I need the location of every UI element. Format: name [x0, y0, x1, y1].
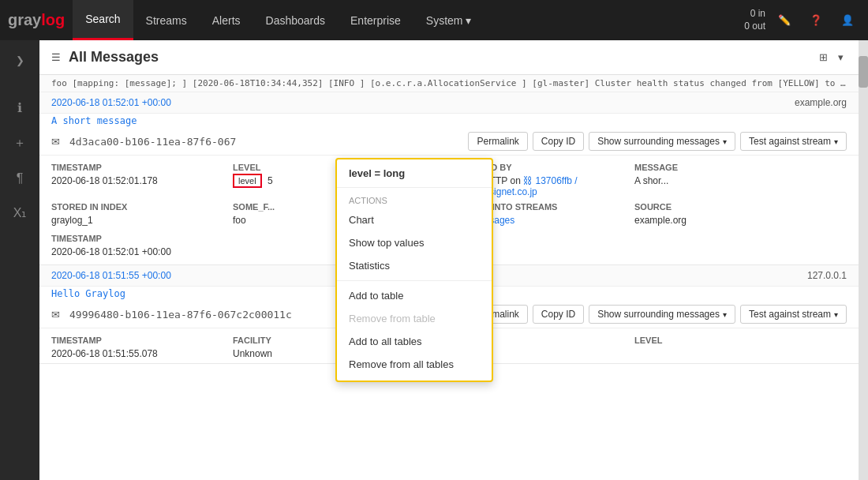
expand-icon[interactable]: ⊞ — [816, 48, 831, 66]
message1-id: 4d3aca00-b106-11ea-87f6-067 — [69, 136, 236, 148]
help-icon-btn[interactable]: ❓ — [803, 8, 829, 33]
message2-id: 49996480-b106-11ea-87f6-067c2c00011c — [69, 309, 292, 321]
popup-removealltables-item[interactable]: Remove from all tables — [337, 353, 492, 376]
message2-copyid-btn[interactable]: Copy ID — [533, 305, 584, 324]
left-sidebar: ❯ ℹ ＋ ¶ X₁ — [0, 40, 39, 480]
popup-chart-item[interactable]: Chart — [337, 208, 492, 231]
level-tag-1[interactable]: level — [233, 174, 262, 188]
sidebar-toggle[interactable]: ❯ — [9, 48, 31, 73]
logo[interactable]: graylog — [8, 11, 65, 29]
nav-enterprise[interactable]: Enterprise — [338, 0, 413, 40]
ts-value-1: 2020-06-18 01:52:01.178 — [51, 173, 225, 187]
page-title: All Messages — [69, 49, 816, 66]
message1-short: A short message — [39, 114, 859, 128]
main-content: ☰ All Messages ⊞ ▾ foo [mapping: [messag… — [39, 40, 859, 480]
log-line-top: foo [mapping: [message]; ] [2020-06-18T1… — [39, 75, 859, 92]
ts-value-2: 2020-06-18 01:51:55.078 — [51, 346, 225, 360]
message2-teststream-btn[interactable]: Test against stream ▾ — [740, 305, 847, 324]
popup-divider-1 — [337, 280, 492, 281]
popup-topvalues-item[interactable]: Show top values — [337, 231, 492, 254]
popup-addtable-item[interactable]: Add to table — [337, 284, 492, 307]
right-scrollbar[interactable] — [859, 40, 868, 480]
popup-title: level = long — [337, 159, 492, 188]
logo-gray-text: gray — [8, 11, 41, 29]
ts-label-2: Timestamp — [51, 333, 225, 346]
received-link-1[interactable]: ⛓ — [523, 175, 535, 186]
topnav: graylog Search Streams Alerts Dashboards… — [0, 0, 868, 40]
message-header-1: 2020-06-18 01:52:01 +00:00 example.org — [39, 92, 859, 114]
message1-copyid-btn[interactable]: Copy ID — [533, 132, 584, 151]
message1-actions: Permalink Copy ID Show surrounding messa… — [468, 132, 847, 151]
surrounding-caret-2: ▾ — [723, 310, 727, 319]
logo-log-text: log — [41, 11, 65, 29]
envelope-icon-1: ✉ — [51, 136, 60, 148]
message2-surrounding-btn[interactable]: Show surrounding messages ▾ — [589, 305, 735, 324]
user-icon-btn[interactable]: 👤 — [835, 8, 860, 33]
nav-streams[interactable]: Streams — [133, 0, 200, 40]
nav-counter: 0 in 0 out — [744, 8, 765, 32]
sidebar-icon-paragraph[interactable]: ¶ — [9, 163, 32, 193]
nav-system[interactable]: System ▾ — [413, 0, 485, 40]
message2-actions: Permalink Copy ID Show surrounding messa… — [468, 305, 847, 324]
message1-id-row: ✉ 4d3aca00-b106-11ea-87f6-067 Permalink … — [39, 128, 859, 156]
message1-permalink-btn[interactable]: Permalink — [468, 132, 527, 151]
stored-value-1: graylog_1 — [51, 212, 225, 227]
popup-addalltables-item[interactable]: Add to all tables — [337, 330, 492, 353]
popup-actions-label: Actions — [337, 193, 492, 208]
teststream-caret-1: ▾ — [834, 137, 838, 146]
surrounding-caret-1: ▾ — [723, 137, 727, 146]
nav-right: 0 in 0 out ✏️ ❓ 👤 — [744, 8, 860, 33]
source-value-1: example.org — [634, 212, 847, 227]
popup-actions-section: Actions Chart Show top values Statistics… — [337, 188, 492, 381]
message2-host: 127.0.0.1 — [807, 270, 847, 281]
sidebar-icon-subscript[interactable]: X₁ — [6, 197, 35, 228]
nav-dashboards[interactable]: Dashboards — [253, 0, 339, 40]
message1-host: example.org — [795, 97, 847, 108]
nav-alerts[interactable]: Alerts — [200, 0, 253, 40]
sidebar-icon-info[interactable]: ℹ — [9, 92, 30, 123]
title-icons: ⊞ ▾ — [816, 48, 847, 66]
stored-label-1: Stored in index — [51, 200, 225, 212]
popup-statistics-item[interactable]: Statistics — [337, 254, 492, 277]
layout: ❯ ℹ ＋ ¶ X₁ ☰ All Messages ⊞ ▾ foo [mappi… — [0, 40, 868, 480]
edit-icon-btn[interactable]: ✏️ — [772, 8, 797, 33]
level-label-1: level — [233, 160, 273, 173]
chevron-down-icon[interactable]: ▾ — [835, 48, 847, 66]
message1-surrounding-btn[interactable]: Show surrounding messages ▾ — [589, 132, 735, 151]
sidebar-icon-plus[interactable]: ＋ — [6, 127, 34, 159]
level-value-1: level 5 — [233, 173, 273, 187]
msg-value-1: A shor... — [634, 173, 847, 187]
hamburger-icon[interactable]: ☰ — [51, 51, 61, 63]
message1-teststream-btn[interactable]: Test against stream ▾ — [740, 132, 847, 151]
source-label-1: source — [634, 200, 847, 212]
level-label-2: level — [634, 333, 847, 346]
field-action-popup[interactable]: level = long Actions Chart Show top valu… — [335, 158, 493, 382]
message1-timestamp[interactable]: 2020-06-18 01:52:01 +00:00 — [51, 97, 171, 108]
scrollbar-thumb[interactable] — [859, 56, 868, 88]
message2-timestamp[interactable]: 2020-06-18 01:51:55 +00:00 — [51, 270, 171, 281]
teststream-caret-2: ▾ — [834, 310, 838, 319]
popup-removetable-item: Remove from table — [337, 307, 492, 330]
messages-container[interactable]: foo [mapping: [message]; ] [2020-06-18T1… — [39, 75, 859, 480]
title-bar: ☰ All Messages ⊞ ▾ — [39, 40, 859, 75]
envelope-icon-2: ✉ — [51, 309, 60, 321]
msg-label-1: message — [634, 160, 847, 173]
nav-search[interactable]: Search — [73, 0, 133, 40]
ts-label-1: Timestamp — [51, 160, 225, 173]
